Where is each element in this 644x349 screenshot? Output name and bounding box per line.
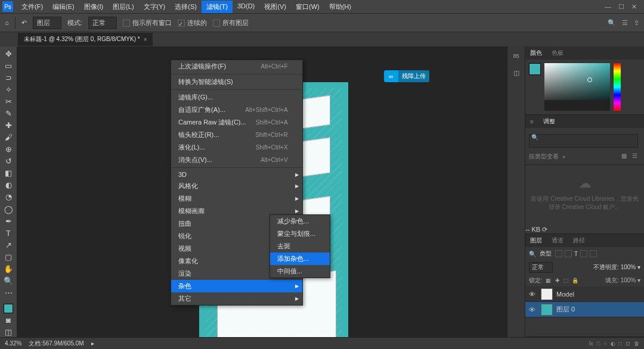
zoom-level[interactable]: 4.32%: [5, 340, 21, 347]
more-tools[interactable]: ⋯: [2, 288, 15, 298]
filter-recent[interactable]: 上次滤镜操作(F)Alt+Ctrl+F: [171, 60, 302, 73]
tab-close-icon[interactable]: ×: [144, 36, 147, 43]
lock-pos-icon[interactable]: ✚: [554, 277, 561, 284]
type-tool[interactable]: T: [2, 228, 15, 238]
stamp-tool[interactable]: ⊕: [2, 145, 15, 154]
indicate-checkbox[interactable]: 指示所有窗口: [123, 18, 172, 27]
document-tab[interactable]: 未标题-1 @ 4.32% (图层 0, RGB/8/CMYK) * ×: [18, 33, 153, 46]
visibility-icon[interactable]: 👁: [529, 306, 537, 313]
filter-smart[interactable]: 转换为智能滤镜(S): [171, 76, 302, 88]
noise-item-2[interactable]: 去斑: [270, 240, 330, 253]
menu-2[interactable]: 图像(I): [79, 1, 108, 13]
menu-6[interactable]: 滤镜(T): [202, 1, 233, 13]
filter-shape-icon[interactable]: [580, 250, 587, 257]
path-tool[interactable]: ↗: [2, 240, 15, 250]
filter-item-a-3[interactable]: 镜头校正(R)...Shift+Ctrl+R: [171, 129, 302, 141]
filter-item-b-10[interactable]: 其它: [171, 292, 302, 305]
filter-item-b-0[interactable]: 3D: [171, 169, 302, 180]
menu-1[interactable]: 编辑(E): [48, 1, 79, 13]
marquee-tool[interactable]: ▭: [2, 61, 15, 70]
list-view-icon[interactable]: ☰: [632, 152, 640, 161]
filter-text-icon[interactable]: T: [574, 251, 578, 257]
layer-row[interactable]: 👁Model: [525, 286, 644, 302]
workspace-icon[interactable]: ☰: [622, 19, 628, 27]
all-layers-checkbox[interactable]: 所有图层: [213, 18, 249, 27]
canvas-area[interactable]: 上次滤镜操作(F)Alt+Ctrl+F 转换为智能滤镜(S) 滤镜库(G)...…: [17, 46, 507, 337]
menu-10[interactable]: 帮助(H): [324, 1, 356, 13]
tab-lib-icon[interactable]: ≡: [529, 116, 535, 127]
filter-item-a-1[interactable]: 自适应广角(A)...Alt+Shift+Ctrl+A: [171, 104, 302, 116]
filter-item-a-0[interactable]: 滤镜库(G)...: [171, 91, 302, 104]
wand-tool[interactable]: ✧: [2, 85, 15, 94]
status-icon-6[interactable]: 🗑: [634, 341, 639, 347]
eraser-tool[interactable]: ◧: [2, 169, 15, 178]
filter-item-b-2[interactable]: 模糊: [171, 192, 302, 205]
pen-tool[interactable]: ✒: [2, 216, 15, 226]
status-icon-3[interactable]: ◐: [611, 341, 615, 347]
noise-item-4[interactable]: 中间值...: [270, 265, 330, 278]
noise-item-1[interactable]: 蒙尘与划痕...: [270, 228, 330, 240]
menu-4[interactable]: 文字(Y): [139, 1, 171, 13]
tab-swatches[interactable]: 色板: [550, 46, 565, 60]
status-icon-2[interactable]: ○: [603, 341, 606, 347]
history-brush-tool[interactable]: ↺: [2, 157, 15, 166]
filter-pix-icon[interactable]: [555, 250, 562, 257]
foreground-background-swatch[interactable]: [2, 304, 15, 313]
filter-item-b-1[interactable]: 风格化: [171, 180, 302, 192]
history-icon[interactable]: ↶: [21, 19, 27, 27]
lasso-tool[interactable]: ⊃: [2, 73, 15, 82]
menu-7[interactable]: 3D(D): [233, 1, 259, 13]
brush-tool[interactable]: 🖌: [2, 133, 15, 142]
close-icon[interactable]: ✕: [631, 3, 637, 11]
foreground-swatch[interactable]: [529, 63, 541, 75]
filter-adj-icon[interactable]: [565, 250, 572, 257]
share-icon[interactable]: ⇪: [634, 19, 639, 27]
status-icon-0[interactable]: fx: [589, 341, 593, 347]
tab-color[interactable]: 颜色: [529, 46, 543, 60]
hand-tool[interactable]: ✋: [2, 264, 15, 273]
filter-item-a-5[interactable]: 消失点(V)...Alt+Ctrl+V: [171, 154, 302, 166]
dodge-tool[interactable]: ◯: [2, 204, 15, 214]
lock-all-icon[interactable]: 🔒: [572, 277, 579, 284]
consecutive-checkbox[interactable]: 连续的: [178, 18, 207, 27]
menu-3[interactable]: 图层(L): [108, 1, 138, 13]
color-field[interactable]: [544, 63, 610, 111]
gradient-tool[interactable]: ◐: [2, 180, 15, 190]
maximize-icon[interactable]: ☐: [618, 3, 624, 11]
status-icon-4[interactable]: □: [619, 341, 622, 347]
quickmask-tool[interactable]: ◙: [2, 316, 15, 325]
filter-item-a-4[interactable]: 液化(L)...Shift+Ctrl+X: [171, 141, 302, 154]
menu-5[interactable]: 选择(S): [170, 1, 202, 13]
strip-icon-85[interactable]: 85: [510, 50, 522, 62]
tab-channels[interactable]: 通道: [550, 234, 565, 247]
heal-tool[interactable]: ✚: [2, 120, 15, 130]
lock-pix-icon[interactable]: ▦: [545, 277, 552, 284]
strip-icon-hist[interactable]: ◫: [510, 67, 522, 79]
blur-tool[interactable]: ◔: [2, 192, 15, 202]
tab-layers[interactable]: 图层: [529, 234, 543, 247]
layer-dropdown[interactable]: 图层: [33, 17, 61, 29]
tab-paths[interactable]: 路径: [572, 234, 586, 247]
cloud-upload-badge[interactable]: ∞ 残障上传: [384, 70, 429, 82]
filter-item-b-9[interactable]: 杂色: [171, 280, 302, 292]
doc-info[interactable]: 文档:567.9M/605.0M: [29, 339, 83, 348]
menu-0[interactable]: 文件(F): [17, 1, 48, 13]
grid-view-icon[interactable]: ▦: [621, 152, 630, 161]
search-icon[interactable]: 🔍: [608, 19, 616, 27]
home-icon[interactable]: ⌂: [5, 19, 9, 26]
filter-smart-icon[interactable]: [590, 250, 597, 257]
visibility-icon[interactable]: 👁: [529, 291, 537, 298]
filter-item-a-2[interactable]: Camera Raw 滤镜(C)...Shift+Ctrl+A: [171, 116, 302, 129]
filter-type-dropdown[interactable]: 类型: [540, 250, 552, 258]
props-search[interactable]: [529, 134, 638, 148]
zoom-tool[interactable]: 🔍: [2, 276, 15, 285]
eyedropper-tool[interactable]: ✎: [2, 108, 15, 118]
lock-artb-icon[interactable]: ⬚: [563, 277, 570, 284]
tab-adjust[interactable]: 调整: [542, 115, 556, 128]
opacity-value[interactable]: 100%: [621, 264, 636, 270]
noise-item-0[interactable]: 减少杂色...: [270, 215, 330, 228]
noise-item-3[interactable]: 添加杂色...: [270, 253, 330, 265]
status-icon-5[interactable]: ⊡: [626, 341, 630, 347]
menu-9[interactable]: 窗口(W): [291, 1, 324, 13]
screenmode-tool[interactable]: ◫: [2, 328, 15, 337]
